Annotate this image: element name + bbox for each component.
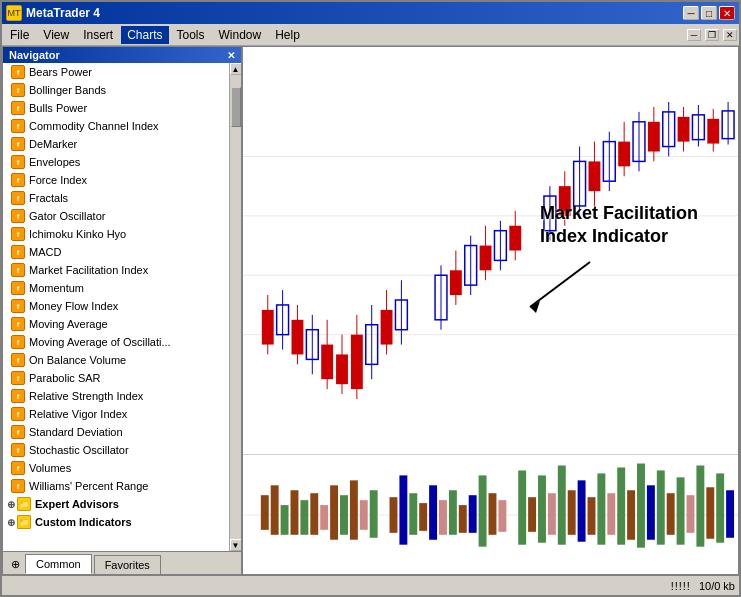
- indicator-chart[interactable]: [243, 454, 738, 574]
- svg-rect-80: [399, 475, 407, 544]
- svg-rect-106: [667, 493, 675, 535]
- title-bar-left: MT MetaTrader 4: [6, 5, 100, 21]
- menu-file[interactable]: File: [4, 26, 35, 44]
- inner-minimize[interactable]: ─: [687, 29, 701, 41]
- indicator-icon: f: [11, 335, 25, 349]
- inner-restore[interactable]: ❐: [705, 29, 719, 41]
- title-bar: MT MetaTrader 4 ─ □ ✕: [2, 2, 739, 24]
- minimize-button[interactable]: ─: [683, 6, 699, 20]
- scroll-up-button[interactable]: ▲: [230, 63, 242, 75]
- list-item[interactable]: f Bulls Power: [3, 99, 229, 117]
- list-item[interactable]: f MACD: [3, 243, 229, 261]
- svg-rect-60: [707, 119, 719, 144]
- svg-rect-73: [320, 505, 328, 530]
- candlestick-chart[interactable]: Market Facilitation Index Indicator: [243, 47, 738, 454]
- section-label: Expert Advisors: [35, 498, 119, 510]
- list-item[interactable]: f Force Index: [3, 171, 229, 189]
- list-item[interactable]: f Relative Strength Index: [3, 387, 229, 405]
- list-item[interactable]: f Volumes: [3, 459, 229, 477]
- svg-rect-70: [291, 490, 299, 535]
- title-bar-controls: ─ □ ✕: [683, 6, 735, 20]
- svg-rect-89: [489, 493, 497, 535]
- inner-close[interactable]: ✕: [723, 29, 737, 41]
- list-item[interactable]: f Moving Average of Oscillati...: [3, 333, 229, 351]
- list-item[interactable]: f Bollinger Bands: [3, 81, 229, 99]
- scrollbar-thumb[interactable]: [231, 87, 241, 127]
- svg-rect-40: [559, 186, 571, 216]
- svg-rect-108: [687, 495, 695, 533]
- item-label: Bulls Power: [29, 102, 87, 114]
- scroll-down-button[interactable]: ▼: [230, 539, 242, 551]
- indicator-icon: f: [11, 119, 25, 133]
- status-right: !!!!! 10/0 kb: [671, 580, 735, 592]
- list-item[interactable]: f Relative Vigor Index: [3, 405, 229, 423]
- menu-window[interactable]: Window: [213, 26, 268, 44]
- add-tab-button[interactable]: ⊕: [7, 556, 23, 572]
- list-item[interactable]: f Moving Average: [3, 315, 229, 333]
- list-item[interactable]: f On Balance Volume: [3, 351, 229, 369]
- svg-rect-82: [419, 503, 427, 531]
- list-item[interactable]: f Money Flow Index: [3, 297, 229, 315]
- svg-rect-67: [261, 495, 269, 530]
- nav-section-custom-indicators[interactable]: ⊕ 📁 Custom Indicators: [3, 513, 229, 531]
- item-label: Stochastic Oscillator: [29, 444, 129, 456]
- mfi-indicator-svg: [243, 455, 738, 575]
- indicator-icon: f: [11, 209, 25, 223]
- menu-view[interactable]: View: [37, 26, 75, 44]
- menu-help[interactable]: Help: [269, 26, 306, 44]
- list-item[interactable]: f Bears Power: [3, 63, 229, 81]
- svg-rect-78: [370, 490, 378, 538]
- svg-rect-18: [351, 335, 363, 389]
- svg-rect-101: [617, 467, 625, 544]
- close-button[interactable]: ✕: [719, 6, 735, 20]
- svg-rect-16: [336, 354, 348, 384]
- svg-rect-99: [597, 473, 605, 544]
- list-item[interactable]: f Momentum: [3, 279, 229, 297]
- navigator-scrollbar[interactable]: ▲ ▼: [229, 63, 241, 551]
- status-kb: 10/0 kb: [699, 580, 735, 592]
- svg-rect-76: [350, 480, 358, 539]
- list-item[interactable]: f Commodity Channel Index: [3, 117, 229, 135]
- menu-insert[interactable]: Insert: [77, 26, 119, 44]
- svg-rect-81: [409, 493, 417, 535]
- svg-rect-22: [381, 310, 393, 345]
- navigator-tab-bar: ⊕ Common Favorites: [3, 551, 241, 574]
- svg-rect-48: [618, 142, 630, 167]
- expert-advisors-folder-icon: 📁: [17, 497, 31, 511]
- list-item[interactable]: f Williams' Percent Range: [3, 477, 229, 495]
- list-item[interactable]: f Parabolic SAR: [3, 369, 229, 387]
- list-item[interactable]: f Ichimoku Kinko Hyo: [3, 225, 229, 243]
- menu-charts[interactable]: Charts: [121, 26, 168, 44]
- indicator-icon: f: [11, 101, 25, 115]
- nav-section-expert-advisors[interactable]: ⊕ 📁 Expert Advisors: [3, 495, 229, 513]
- list-item[interactable]: f DeMarker: [3, 135, 229, 153]
- svg-rect-97: [578, 480, 586, 541]
- list-item[interactable]: f Gator Oscillator: [3, 207, 229, 225]
- tab-common[interactable]: Common: [25, 554, 92, 574]
- list-item[interactable]: f Envelopes: [3, 153, 229, 171]
- list-item[interactable]: f Market Facilitation Index: [3, 261, 229, 279]
- item-label: Moving Average: [29, 318, 108, 330]
- navigator-title-bar: Navigator ✕: [3, 47, 241, 63]
- item-label: On Balance Volume: [29, 354, 126, 366]
- list-item[interactable]: f Fractals: [3, 189, 229, 207]
- svg-rect-107: [677, 477, 685, 544]
- navigator-close-button[interactable]: ✕: [227, 50, 235, 61]
- item-label: MACD: [29, 246, 61, 258]
- menu-tools[interactable]: Tools: [171, 26, 211, 44]
- tab-favorites[interactable]: Favorites: [94, 555, 161, 574]
- svg-rect-102: [627, 490, 635, 540]
- maximize-button[interactable]: □: [701, 6, 717, 20]
- svg-rect-75: [340, 495, 348, 535]
- list-item[interactable]: f Stochastic Oscillator: [3, 441, 229, 459]
- indicator-icon: f: [11, 83, 25, 97]
- list-item[interactable]: f Standard Deviation: [3, 423, 229, 441]
- chart-area: Market Facilitation Index Indicator: [242, 46, 739, 575]
- item-label: Relative Vigor Index: [29, 408, 127, 420]
- app-icon: MT: [6, 5, 22, 21]
- custom-indicators-folder-icon: 📁: [17, 515, 31, 529]
- svg-rect-10: [292, 320, 304, 355]
- svg-rect-79: [390, 497, 398, 533]
- svg-rect-71: [300, 500, 308, 535]
- item-label: Gator Oscillator: [29, 210, 105, 222]
